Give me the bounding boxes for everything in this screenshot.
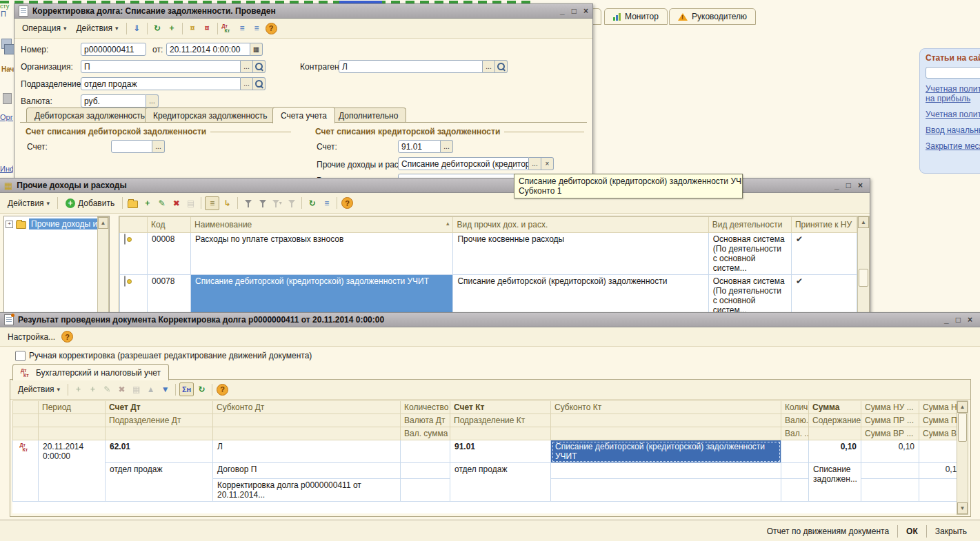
article-link[interactable]: Учетная полити на прибыль xyxy=(926,84,980,103)
contractor-field[interactable]: Л ... xyxy=(339,60,508,73)
header-sum[interactable]: Сумма xyxy=(809,401,861,414)
list-settings-icon[interactable]: ≡ xyxy=(320,197,333,210)
reread-icon[interactable]: ↻ xyxy=(151,22,164,34)
col-name[interactable]: Наименование ▴ xyxy=(191,217,453,233)
number-field[interactable]: р0000000411 xyxy=(81,43,146,56)
debt-adjustment-titlebar[interactable]: Корректировка долга: Списание задолженно… xyxy=(14,4,592,19)
header-currency-dt[interactable]: Валюта Дт xyxy=(401,414,450,427)
col-code[interactable]: Код xyxy=(148,217,191,233)
select-icon[interactable]: ... xyxy=(529,157,541,170)
maximize-button[interactable]: □ xyxy=(956,316,961,324)
search-icon[interactable] xyxy=(253,77,266,90)
date-field[interactable]: 20.11.2014 0:00:00 ▦ xyxy=(166,43,263,56)
tree-item-root[interactable]: + Прочие доходы и р xyxy=(4,216,109,232)
header-period[interactable]: Период xyxy=(39,401,106,414)
add-button[interactable]: +Добавить xyxy=(61,197,119,210)
tab-accounts[interactable]: Счета учета xyxy=(272,107,335,123)
copy-icon[interactable]: + xyxy=(166,22,179,34)
refresh-icon[interactable]: ↻ xyxy=(306,197,319,210)
search-icon[interactable] xyxy=(253,60,266,73)
site-articles-search-input[interactable] xyxy=(926,67,980,79)
header-sum-nu-dt[interactable]: Сумма НУ ... xyxy=(861,401,919,414)
delete-icon[interactable]: ✖ xyxy=(115,383,128,396)
table-row-selected[interactable]: 00078 Списание дебиторской (кредиторской… xyxy=(120,275,857,314)
operation-menu[interactable]: Операция▾ xyxy=(18,22,70,34)
close-button[interactable]: × xyxy=(583,7,588,15)
edit-icon[interactable]: ✎ xyxy=(101,383,114,396)
header-sum-pr-dt[interactable]: Сумма ПР ... xyxy=(861,414,919,427)
select-icon[interactable]: ... xyxy=(241,60,253,73)
scrollbar-thumb[interactable] xyxy=(958,413,967,442)
help-icon[interactable]: ? xyxy=(61,331,74,343)
organization-field[interactable]: П ... xyxy=(81,60,266,73)
deletion-mark-icon[interactable]: ▤ xyxy=(184,197,197,210)
header-qty-kt[interactable]: Колич... xyxy=(781,401,809,414)
movements-scrollbar[interactable]: ▲ ▼ xyxy=(957,400,968,515)
table-row[interactable]: 00008 Расходы по уплате страховых взносо… xyxy=(120,233,857,275)
filter-by-value-icon[interactable] xyxy=(241,197,254,210)
save-icon[interactable]: ▦ xyxy=(130,383,143,396)
expand-icon[interactable]: + xyxy=(6,221,13,228)
header-subconto-dt[interactable]: Субконто Дт xyxy=(213,401,401,414)
add-icon[interactable]: + xyxy=(72,383,85,396)
header-dept-kt[interactable]: Подразделение Кт xyxy=(450,414,551,427)
tab-payables[interactable]: Кредиторская задолженность xyxy=(145,108,275,123)
help-icon[interactable]: ? xyxy=(265,22,278,34)
filter-history-icon[interactable]: ▾ xyxy=(270,197,283,210)
dt-kt-icon[interactable]: ДтКт xyxy=(221,22,234,34)
col-kind[interactable]: Вид прочих дох. и расх. xyxy=(453,217,708,233)
header-content[interactable]: Содержание xyxy=(809,414,861,427)
calendar-icon[interactable]: ▦ xyxy=(250,43,263,56)
scroll-down-icon[interactable]: ▼ xyxy=(957,502,968,514)
report-icon[interactable]: ≡ xyxy=(236,22,249,34)
refresh-icon[interactable]: ↻ xyxy=(195,383,208,396)
select-icon[interactable]: ... xyxy=(483,60,495,73)
move-down-icon[interactable]: ▼ xyxy=(159,383,172,396)
select-icon[interactable]: ... xyxy=(146,94,159,108)
cancel-income-icon[interactable]: ¤ xyxy=(201,22,214,34)
manual-adjustment-checkbox[interactable] xyxy=(15,351,26,361)
select-icon[interactable]: ... xyxy=(241,77,253,90)
header-currency-kt[interactable]: Валю... xyxy=(781,414,809,427)
settings-button[interactable]: Настройка... xyxy=(3,331,59,343)
copy-icon[interactable]: + xyxy=(86,383,99,396)
copy-icon[interactable]: + xyxy=(141,197,154,210)
header-sum-vr-dt[interactable]: Сумма ВР ... xyxy=(861,427,919,440)
maximize-button[interactable]: □ xyxy=(572,7,577,15)
help-icon[interactable]: ? xyxy=(216,383,229,396)
move-up-icon[interactable]: ▲ xyxy=(144,383,157,396)
tab-additional[interactable]: Дополнительно xyxy=(330,108,406,123)
close-button[interactable]: Закрыть xyxy=(928,524,974,538)
movement-row[interactable]: ДтКт 20.11.2014 0:00:00 62.01 Л 91.01 Сп… xyxy=(13,440,966,463)
tab-receivables[interactable]: Дебиторская задолженность xyxy=(26,108,153,123)
minimize-button[interactable]: _ xyxy=(834,181,839,190)
help-icon[interactable]: ? xyxy=(341,197,354,210)
currency-field[interactable]: руб. ... xyxy=(81,94,159,108)
debit-account-field[interactable]: ... xyxy=(111,140,165,153)
background-link-inf[interactable]: Инф xyxy=(0,165,13,173)
department-field[interactable]: отдел продаж ... xyxy=(81,77,266,90)
header-account-dt[interactable]: Счет Дт xyxy=(106,401,213,414)
movements-report-button[interactable]: Отчет по движениям документа xyxy=(760,524,896,538)
header-dept-dt[interactable]: Подразделение Дт xyxy=(106,414,213,427)
post-icon[interactable]: ⇓ xyxy=(130,22,143,34)
scrollbar-thumb[interactable] xyxy=(859,269,868,287)
scroll-up-icon[interactable]: ▲ xyxy=(957,401,968,413)
header-cur-sum-dt[interactable]: Вал. сумма Дт xyxy=(401,427,450,440)
clear-icon[interactable]: × xyxy=(541,157,554,170)
actions-menu[interactable]: Действия▾ xyxy=(14,383,64,396)
scroll-up-icon[interactable]: ▲ xyxy=(98,217,108,229)
actions-menu[interactable]: Действия▾ xyxy=(72,22,122,34)
article-link[interactable]: Закрытие меся xyxy=(926,141,980,151)
tab-manager[interactable]: Руководителю xyxy=(669,8,756,25)
col-marker[interactable] xyxy=(120,217,148,233)
post-income-icon[interactable]: ¤ xyxy=(186,22,199,34)
filter-settings-icon[interactable] xyxy=(256,197,269,210)
background-link-org[interactable]: Орга xyxy=(0,113,13,121)
select-icon[interactable]: ... xyxy=(441,140,453,153)
delete-icon[interactable]: ✖ xyxy=(170,197,183,210)
movement-row[interactable]: отдел продаж Договор П отдел продаж Спис… xyxy=(13,463,966,479)
minimize-button[interactable]: _ xyxy=(560,7,565,15)
select-icon[interactable]: ... xyxy=(152,140,165,153)
maximize-button[interactable]: □ xyxy=(846,181,851,190)
